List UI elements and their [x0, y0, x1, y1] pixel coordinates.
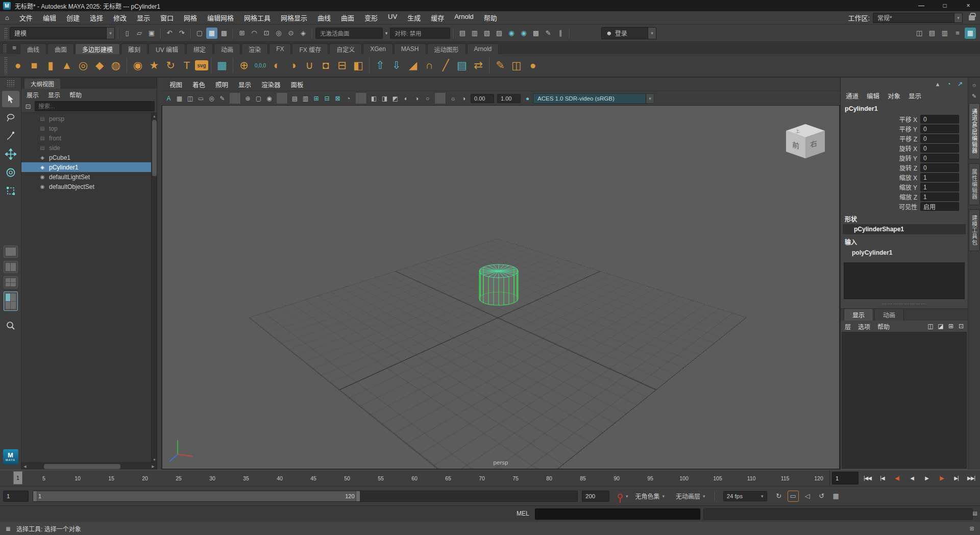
menu-item[interactable]: 帮助 [484, 13, 497, 22]
panel-menu-item[interactable]: 视图 [169, 80, 182, 89]
current-frame-field[interactable]: 1 [832, 472, 859, 484]
outliner-item[interactable]: ▤ persp [21, 114, 157, 124]
time-slider-track[interactable]: 1 51015202530354045505560657075808590951… [0, 470, 830, 486]
go-to-start-button[interactable]: |◀◀ [861, 472, 874, 484]
screen-icon[interactable]: ☼ [969, 80, 979, 90]
ipr-render-icon[interactable]: ◉ [506, 28, 517, 39]
zoom-tool-icon[interactable] [2, 318, 19, 334]
layer-down-icon[interactable]: ◪ [936, 322, 945, 331]
crease-icon[interactable]: ✎ [492, 56, 508, 75]
animation-start-field[interactable]: 1 [3, 491, 29, 502]
shelf-tab[interactable]: FX 缓存 [292, 43, 328, 54]
new-empty-layer-icon[interactable]: ⊞ [946, 322, 955, 331]
single-pane-layout-button[interactable] [4, 246, 18, 258]
outliner-item[interactable]: ◈ pCube1 [21, 153, 157, 162]
modeling-toolkit-icon[interactable]: ◫ [914, 28, 925, 39]
channel-value-field[interactable]: 0 [920, 134, 959, 143]
select-camera-icon[interactable]: A [163, 93, 174, 104]
go-to-end-button[interactable]: ▶▶| [964, 472, 978, 484]
channel-box-menu-item[interactable]: 编辑 [867, 91, 879, 101]
bookmarks-icon[interactable]: ▭ [195, 93, 206, 104]
search-input[interactable] [35, 101, 155, 111]
drag-handle[interactable] [7, 80, 15, 87]
multi-cut-icon[interactable]: ▦ [214, 56, 230, 75]
auto-keyframe-icon[interactable] [618, 494, 623, 499]
outliner-item[interactable]: ▤ side [21, 143, 157, 153]
step-forward-frame-button[interactable]: ▶| [949, 472, 963, 484]
pause-icon[interactable]: ∥ [555, 28, 566, 39]
step-forward-key-button[interactable]: |▶ [935, 472, 948, 484]
tool-settings-icon[interactable]: ≡ [952, 28, 963, 39]
pin-icon[interactable]: ✎ [969, 91, 979, 101]
svg-tool-icon[interactable]: svg [195, 60, 208, 70]
current-time-marker[interactable]: 1 [13, 471, 22, 484]
redo-icon[interactable]: ↷ [176, 28, 187, 39]
snap-grid-icon[interactable]: ⊞ [236, 28, 248, 39]
snap-curve-icon[interactable]: ◠ [249, 28, 260, 39]
audio-icon[interactable]: ◁ [802, 491, 813, 502]
center-pivot-icon[interactable]: 0,0,0 [252, 56, 268, 75]
poly-disc-icon[interactable]: ◍ [108, 56, 124, 75]
view-cube[interactable]: 上 前 右 [786, 124, 825, 166]
render-sequence-icon[interactable]: ▧ [481, 28, 493, 39]
separator[interactable] [489, 58, 489, 73]
drag-handle[interactable] [4, 57, 8, 74]
menu-set-selector[interactable]: 建模 ▾ [10, 27, 115, 39]
channel-value-field[interactable]: 0 [920, 154, 959, 162]
sidebar-vertical-tab[interactable]: 通道盒/层编辑器 [969, 103, 980, 159]
menu-item[interactable]: UV [388, 13, 397, 22]
isolate-select-icon[interactable]: ◉ [264, 93, 275, 104]
shelf-tab[interactable]: FX [269, 43, 291, 54]
menu-item[interactable]: 显示 [137, 13, 150, 22]
knife-icon[interactable]: ╱ [437, 56, 454, 75]
shelf-tab[interactable]: MASH [394, 43, 426, 54]
shape-node-name[interactable]: pCylinderShape1 [843, 224, 966, 234]
target-weld-icon[interactable]: ⊕ [236, 56, 252, 75]
menu-item[interactable]: 网格显示 [281, 13, 307, 22]
render-settings-icon[interactable]: ▨ [494, 28, 505, 39]
lock-workspace-icon[interactable] [969, 15, 975, 20]
fill-hole-icon[interactable]: ◘ [317, 56, 334, 75]
separator[interactable] [211, 58, 211, 73]
channel-box-menu-item[interactable]: 通道 [846, 91, 859, 101]
color-management-icon[interactable]: ● [522, 93, 533, 104]
layer-editor-menu-item[interactable]: 层 [845, 322, 851, 331]
channel-box-icon[interactable]: ▦ [965, 28, 976, 39]
shelf-tab[interactable]: 多边形建模 [75, 43, 120, 54]
selected-object-name[interactable]: pCylinder1 [841, 101, 968, 114]
workspace-selector[interactable]: 常规* ▾ [873, 13, 963, 23]
poly-cone-icon[interactable]: ▲ [59, 56, 75, 75]
exposure-icon[interactable]: ☼ [448, 93, 458, 104]
menu-item[interactable]: 生成 [407, 13, 421, 22]
layer-editor-menu-item[interactable]: 帮助 [877, 322, 890, 331]
use-lights-icon[interactable]: ◐ [401, 93, 411, 104]
menu-item[interactable]: 编辑 [43, 13, 56, 22]
poly-helix-icon[interactable]: ↻ [162, 56, 179, 75]
outliner-menu-item[interactable]: 展示 [27, 90, 39, 99]
bridge-icon[interactable]: ∩ [421, 56, 437, 75]
outliner-menu-item[interactable]: 帮助 [69, 90, 82, 99]
command-language-label[interactable]: MEL [517, 510, 529, 517]
play-backwards-button[interactable]: ◀ [905, 472, 919, 484]
save-scene-icon[interactable]: ▣ [146, 28, 157, 39]
quad-draw-icon[interactable]: ▤ [454, 56, 470, 75]
scroll-down-icon[interactable]: ▼ [152, 456, 157, 463]
shelf-tab[interactable]: 动画 [214, 43, 240, 54]
layer-editor-tab[interactable]: 动画 [874, 308, 904, 321]
grease-pencil-icon[interactable]: ✎ [217, 93, 228, 104]
input-node-name[interactable]: polyCylinder1 [841, 247, 968, 257]
shelf-tab[interactable]: XGen [363, 43, 393, 54]
chevron-down-icon[interactable]: ▾ [626, 494, 628, 499]
shaded-icon[interactable]: ◨ [379, 93, 390, 104]
poly-platonic-icon[interactable]: ★ [146, 56, 162, 75]
menu-item[interactable]: 选择 [90, 13, 103, 22]
filter-icon[interactable]: ⊡ [23, 102, 33, 111]
command-input-field[interactable] [535, 508, 700, 520]
colorspace-selector[interactable]: ACES 1.0 SDR-video (sRGB) ▾ [533, 93, 654, 104]
outliner-item[interactable]: ▤ top [21, 124, 157, 133]
outliner-item[interactable]: ◈ pCylinder1 [21, 162, 157, 172]
fps-selector[interactable]: 24 fps▾ [723, 491, 767, 501]
snap-view-plane-icon[interactable]: ⊙ [285, 28, 297, 39]
menu-item[interactable]: 文件 [19, 13, 33, 22]
shelf-tab[interactable]: 曲线 [20, 43, 46, 54]
